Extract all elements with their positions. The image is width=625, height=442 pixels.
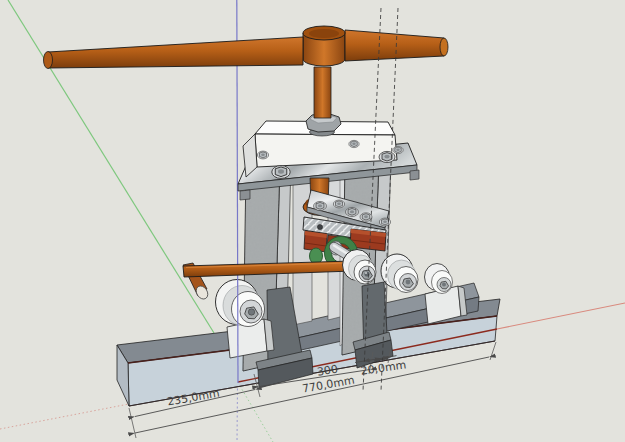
screw-shaft [314, 67, 331, 118]
plate-bolt [257, 151, 268, 159]
plate-bolt [349, 140, 359, 147]
hub-top-inner [309, 29, 339, 38]
platen-bolt [333, 200, 344, 208]
platen-bolt [360, 213, 372, 221]
platen-bolt [314, 202, 327, 211]
t-handle-right-cap [440, 38, 448, 56]
sketchup-3d-viewport[interactable]: 50,0mm 235,0mm 770,0mm 300 [0, 0, 625, 442]
platen-bolt [346, 208, 359, 217]
plate-bolt [393, 146, 403, 153]
model-canvas[interactable]: 50,0mm 235,0mm 770,0mm 300 [0, 0, 625, 442]
tie-rod-nut-right [410, 170, 419, 180]
plate-bolt [379, 151, 395, 162]
t-handle-left-cap [44, 52, 53, 69]
plate-bolt [272, 166, 290, 179]
tie-rod-nut-left [240, 190, 250, 200]
